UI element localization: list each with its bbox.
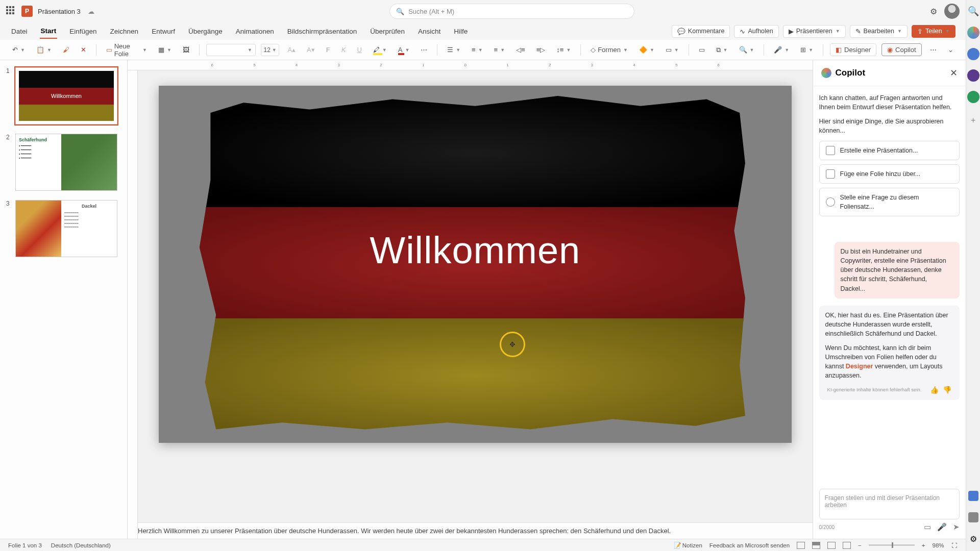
align-button[interactable]: ≡▼ [491,44,508,55]
mic-icon[interactable]: 🎤 [937,522,947,532]
share-button[interactable]: ⇪Teilen▼ [912,25,955,38]
addins-button[interactable]: ⊞▼ [797,44,816,55]
copilot-toolbar-button[interactable]: ◉Copilot [881,43,921,56]
rail-add-icon[interactable]: + [966,113,980,128]
designer-link[interactable]: Designer [846,363,873,370]
rail-app-3[interactable] [966,68,980,83]
comments-button[interactable]: 💬Kommentare [672,25,730,38]
layout-button[interactable]: ▦▼ [155,44,175,55]
find-button[interactable]: 🔍▼ [736,44,757,55]
paste-button[interactable]: 📋▼ [33,44,55,55]
group-button[interactable]: ⧉▼ [713,44,731,56]
notes-toggle[interactable]: 📝 Notizen [674,542,702,549]
increase-font-button[interactable]: A▴ [284,44,299,55]
zoom-slider[interactable] [869,544,915,546]
tab-start[interactable]: Start [40,24,58,39]
tab-zeichnen[interactable]: Zeichnen [109,24,140,38]
italic-button[interactable]: K [338,44,349,55]
rail-app-1[interactable] [966,26,980,40]
speaker-notes[interactable]: Herzlich Willkommen zu unserer Präsentat… [128,522,813,539]
delete-button[interactable]: ✕ [78,44,89,55]
font-color-button[interactable]: A▼ [395,44,413,55]
format-painter-button[interactable]: 🖌 [60,44,72,55]
tab-einfuegen[interactable]: Einfügen [68,24,97,38]
collapse-ribbon-button[interactable]: ⌄ [945,44,957,55]
new-slide-button[interactable]: ▭Neue Folie▼ [103,41,150,59]
slide-thumbnail-1[interactable]: Willkommen [15,67,117,124]
tab-hilfe[interactable]: Hilfe [453,24,469,38]
slide-counter[interactable]: Folie 1 von 3 [8,542,42,548]
catchup-button[interactable]: ∿Aufholen [734,25,778,38]
pencil-icon: ✎ [855,28,861,35]
tab-ansicht[interactable]: Ansicht [417,24,442,38]
attach-icon[interactable]: ▭ [924,522,931,532]
rail-app-4[interactable] [966,90,980,104]
photo-button[interactable]: 🖼 [180,44,192,55]
thumbs-up-icon[interactable]: 👍 [930,385,939,395]
shape-outline-button[interactable]: ▭▼ [663,44,682,55]
decrease-font-button[interactable]: A▾ [304,44,318,55]
edit-button[interactable]: ✎Bearbeiten▼ [850,25,908,38]
sorter-view-icon[interactable] [812,542,820,549]
undo-button[interactable]: ↶▼ [9,44,28,55]
copilot-suggestion-ask[interactable]: Stelle eine Frage zu diesem Foliensatz..… [819,188,960,216]
more-button[interactable]: ⋯ [927,44,940,55]
normal-view-icon[interactable] [797,542,805,549]
indent-increase-button[interactable]: ≡▷ [533,44,549,55]
thumb-number: 1 [6,67,11,124]
slide-canvas[interactable]: Willkommen [159,86,792,443]
tab-ueberpruefen[interactable]: Überprüfen [369,24,406,38]
shapes-button[interactable]: ◇Formen▼ [587,44,631,55]
feedback-link[interactable]: Feedback an Microsoft senden [709,542,790,548]
zoom-out-button[interactable]: − [858,542,862,548]
tab-datei[interactable]: Datei [10,24,29,38]
copilot-input[interactable]: Fragen stellen und mit dieser Präsentati… [819,489,960,519]
present-button[interactable]: ▶Präsentieren▼ [783,25,846,38]
thumbs-down-icon[interactable]: 👎 [943,385,951,395]
reading-view-icon[interactable] [827,542,836,549]
zoom-in-button[interactable]: + [922,542,925,548]
settings-icon[interactable]: ⚙ [930,7,937,16]
highlight-button[interactable]: 🖍▼ [370,44,390,55]
presentation-icon [826,146,835,155]
document-title[interactable]: Präsentation 3 [38,8,81,15]
close-copilot-button[interactable]: ✕ [950,67,958,79]
bullets-button[interactable]: ☰▼ [444,44,463,55]
font-size-select[interactable]: 12▼ [261,44,280,56]
language-status[interactable]: Deutsch (Deutschland) [51,542,111,548]
arrange-button[interactable]: ▭ [696,44,708,55]
numbering-button[interactable]: ≡▼ [469,44,486,55]
tab-uebergaenge[interactable]: Übergänge [187,24,224,38]
rail-search-icon[interactable]: 🔍 [966,4,980,18]
slide-thumbnail-3[interactable]: Dackel━━━━━━━━━━━━━━━━━━━━━━━━━━━━━━━━━━… [15,200,117,257]
user-avatar[interactable] [944,4,960,19]
fit-to-window-button[interactable]: ⛶ [951,542,958,548]
rail-settings-icon[interactable]: ⚙ [966,532,980,546]
copilot-suggestion-create[interactable]: Erstelle eine Präsentation... [819,141,960,160]
titlebar: P Präsentation 3 ☁ 🔍 Suche (Alt + M) ⚙ [0,0,966,22]
line-spacing-button[interactable]: ↕≡▼ [553,44,574,55]
tab-animationen[interactable]: Animationen [235,24,275,38]
zoom-level[interactable]: 98% [933,542,944,548]
rail-app-5[interactable] [966,489,980,503]
more-font-button[interactable]: ⋯ [418,44,430,55]
tab-bildschirm[interactable]: Bildschirmpräsentation [286,24,358,38]
tab-entwurf[interactable]: Entwurf [151,24,176,38]
dictate-button[interactable]: 🎤▼ [771,44,792,55]
slide-thumbnail-2[interactable]: Schäferhund• ━━━━━• ━━━━━• ━━━━━• ━━━━━ [15,134,117,191]
thumb-number: 2 [6,134,11,191]
app-launcher-icon[interactable] [6,6,16,16]
search-input[interactable]: 🔍 Suche (Alt + M) [389,4,634,19]
rail-app-2[interactable] [966,47,980,61]
indent-decrease-button[interactable]: ◁≡ [513,44,528,55]
bold-button[interactable]: F [323,44,333,55]
slide-title-text[interactable]: Willkommen [159,229,792,272]
shape-fill-button[interactable]: 🔶▼ [636,44,657,55]
send-icon[interactable]: ➤ [953,522,960,532]
slideshow-view-icon[interactable] [843,542,851,549]
designer-button[interactable]: ◧Designer [830,43,876,56]
copilot-suggestion-addslide[interactable]: Füge eine Folie hinzu über... [819,164,960,184]
rail-app-6[interactable] [966,510,980,524]
font-family-select[interactable]: ▼ [206,44,256,56]
underline-button[interactable]: U [354,44,364,55]
